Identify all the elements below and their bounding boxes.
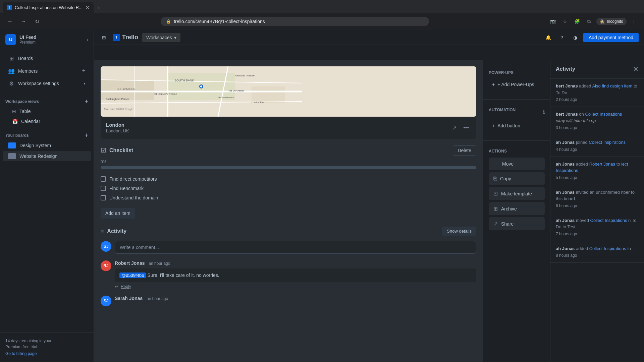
add-item-button[interactable]: Add an item xyxy=(101,208,135,219)
checklist-title: ☑ Checklist xyxy=(101,147,133,154)
panel-verb-5: moved xyxy=(576,218,590,223)
sidebar-view-calendar[interactable]: 📅 Calendar xyxy=(3,117,91,126)
panel-verb-4: invited an unconfirmed xyxy=(576,190,621,195)
powerups-title: Power-Ups xyxy=(489,70,545,75)
share-label: Share xyxy=(501,221,514,227)
settings-icon: ⚙ xyxy=(8,80,15,87)
archive-icon: ⊞ xyxy=(493,205,498,212)
activity-entry-rj: RJ Robert Jonas an hour ago @d539f4bb Su… xyxy=(101,260,476,289)
comment-input[interactable]: Write a comment... xyxy=(115,241,476,254)
location-expand-button[interactable]: ↗ xyxy=(450,123,459,132)
panel-verb-6: added xyxy=(576,246,589,251)
new-tab-button[interactable]: + xyxy=(94,3,104,13)
svg-text:London Eye: London Eye xyxy=(252,101,264,104)
notifications-icon[interactable]: 🔔 xyxy=(543,32,554,43)
sidebar-board-website-redesign[interactable]: Website Redesign xyxy=(3,151,91,161)
theme-icon[interactable]: ◑ xyxy=(570,32,581,43)
show-details-button[interactable]: Show details xyxy=(442,227,476,236)
add-workspace-view-icon[interactable]: + xyxy=(85,98,88,105)
menu-icon[interactable]: ⋮ xyxy=(629,17,639,26)
reload-button[interactable]: ↻ xyxy=(32,17,42,26)
location-actions: ↗ ••• xyxy=(450,123,471,132)
location-more-button[interactable]: ••• xyxy=(461,123,471,132)
forward-button[interactable]: → xyxy=(19,17,28,26)
action-copy[interactable]: ⎘ Copy xyxy=(489,172,545,185)
split-view-icon[interactable]: ⧉ xyxy=(584,17,594,26)
panel-time-3: 5 hours ago xyxy=(556,175,639,181)
settings-label: Workspace settings xyxy=(18,81,80,86)
automation-info-icon[interactable]: ℹ xyxy=(543,109,545,115)
sidebar: U UI Feed Premium ‹ ⊞ Boards 👥 Members +… xyxy=(0,30,94,362)
add-board-icon[interactable]: + xyxy=(85,132,88,139)
sj-avatar: SJ xyxy=(101,296,111,306)
map-svg: ST. JAMES'S SOUTH BANK National Theatre … xyxy=(101,66,476,117)
panel-entry-6: ah Jonas added Collect Inspirations to 8… xyxy=(550,241,644,263)
grid-menu-icon[interactable]: ⊞ xyxy=(99,33,109,42)
sidebar-view-table[interactable]: ⊟ Table xyxy=(3,107,91,116)
panel-link-2[interactable]: Collect Inspirations xyxy=(589,140,626,145)
mention-tag[interactable]: @d539f4bb xyxy=(119,273,146,278)
panel-note-1: okay will take this up xyxy=(556,118,596,123)
members-label: Members xyxy=(18,68,78,74)
extensions-icon[interactable]: 🧩 xyxy=(572,17,582,26)
panel-link-0[interactable]: Also find design item xyxy=(592,83,632,88)
sidebar-item-boards[interactable]: ⊞ Boards xyxy=(3,52,91,64)
reply-button[interactable]: Reply xyxy=(121,284,131,289)
tab-favicon: T xyxy=(7,5,12,10)
activity-panel-close-icon[interactable]: ✕ xyxy=(633,65,639,73)
sj-author: Sarah Jonas xyxy=(115,296,143,301)
delete-checklist-button[interactable]: Delete xyxy=(453,145,476,156)
sidebar-board-design-system[interactable]: Design System xyxy=(3,140,91,150)
sidebar-item-settings[interactable]: ⚙ Workspace settings ▾ xyxy=(3,77,91,89)
add-powerups-button[interactable]: + + Add Power-Ups xyxy=(489,79,545,90)
trello-logo: T Trello xyxy=(113,34,138,41)
address-bar[interactable]: 🔒 trello.com/c/s6n4B7Bq/1-collect-inspir… xyxy=(161,17,429,26)
topbar-right: 🔔 ? ◑ Add payment method xyxy=(543,32,639,43)
camera-icon[interactable]: 📷 xyxy=(548,17,557,26)
bookmark-icon[interactable]: ☆ xyxy=(560,17,570,26)
help-icon[interactable]: ? xyxy=(556,32,567,43)
add-button-button[interactable]: + Add button xyxy=(489,120,545,131)
sidebar-collapse-icon[interactable]: ‹ xyxy=(87,37,88,42)
panel-link-1[interactable]: Collect Inspirations xyxy=(585,112,622,117)
checklist-checkbox-2[interactable] xyxy=(101,195,106,200)
workspaces-label: Workspaces xyxy=(146,35,172,40)
workspace-info: UI Feed Premium xyxy=(19,35,83,45)
actions-section: Actions → Move ⎘ Copy ⊡ Make template ⊞ xyxy=(483,143,550,238)
reply-icon: ↩ xyxy=(115,284,118,289)
panel-link2-3[interactable]: Robert Jonas xyxy=(589,162,615,167)
checklist-checkbox-1[interactable] xyxy=(101,186,106,191)
rj-author: Robert Jonas xyxy=(115,260,145,266)
app-layout: U UI Feed Premium ‹ ⊞ Boards 👥 Members +… xyxy=(0,30,644,362)
action-share[interactable]: ↗ Share xyxy=(489,217,545,230)
panel-link-5[interactable]: Collect Inspirations xyxy=(590,218,627,223)
panel-entry-3: ah Jonas added Robert Jonas to lect Insp… xyxy=(550,157,644,185)
back-button[interactable]: ← xyxy=(5,17,15,26)
tab-close-icon[interactable]: ✕ xyxy=(85,4,90,11)
divider-2 xyxy=(483,140,550,141)
panel-link-6[interactable]: Collect Inspirations xyxy=(589,246,626,251)
sidebar-nav: ⊞ Boards 👥 Members + ⚙ Workspace setting… xyxy=(0,49,94,93)
payment-button[interactable]: Add payment method xyxy=(583,33,639,42)
add-member-icon[interactable]: + xyxy=(82,67,86,74)
active-tab[interactable]: T Collect Inspirations on Website R... ✕ xyxy=(3,2,94,13)
action-move[interactable]: → Move xyxy=(489,158,545,170)
checklist-item-2: Understand the domain xyxy=(101,193,476,202)
workspace-views-label: Workspace views xyxy=(5,99,39,104)
sidebar-header: U UI Feed Premium ‹ xyxy=(0,30,94,49)
progress-bar xyxy=(101,166,476,169)
card-modal[interactable]: ST. JAMES'S SOUTH BANK National Theatre … xyxy=(94,60,483,362)
incognito-badge[interactable]: 🕵 Incognito xyxy=(596,18,627,25)
sidebar-item-members[interactable]: 👥 Members + xyxy=(3,65,91,77)
panel-author-0: bert Jonas xyxy=(556,83,579,88)
location-sub: London, UK xyxy=(106,128,129,133)
actions-title: Actions xyxy=(489,149,545,154)
billing-link[interactable]: Go to billing page xyxy=(5,351,88,357)
action-archive[interactable]: ⊞ Archive xyxy=(489,202,545,215)
checklist-text-2: Understand the domain xyxy=(109,195,158,200)
checklist-checkbox-0[interactable] xyxy=(101,176,106,182)
panel-verb-3: added xyxy=(576,162,589,167)
workspaces-button[interactable]: Workspaces ▾ xyxy=(142,33,180,42)
panel-suffix-6: to xyxy=(627,246,631,251)
action-make-template[interactable]: ⊡ Make template xyxy=(489,187,545,200)
